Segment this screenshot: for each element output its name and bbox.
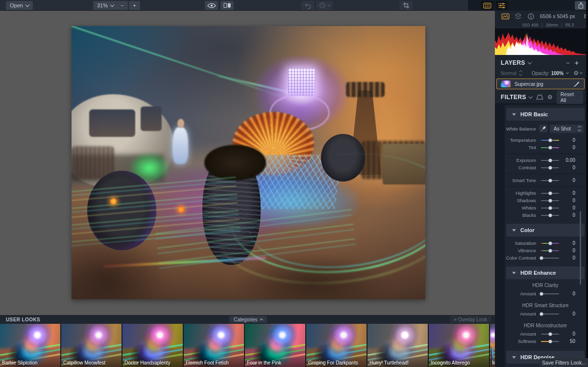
slider-knob[interactable] xyxy=(548,199,552,202)
slider-value: 0 xyxy=(564,248,575,253)
slider-label: Tint xyxy=(506,145,536,150)
slider-track[interactable] xyxy=(541,140,559,141)
slider-track[interactable] xyxy=(541,200,559,201)
slider-knob[interactable] xyxy=(540,312,543,315)
crop-button[interactable] xyxy=(399,1,413,10)
user-look[interactable]: Barbie Sliplotion xyxy=(0,324,60,367)
categories-label: Categories xyxy=(234,317,257,322)
compare-button[interactable] xyxy=(220,1,234,10)
slider-track[interactable] xyxy=(541,243,559,244)
subsection-title: HDR Smart Structure xyxy=(506,303,585,308)
layer-options-row: Normal Opacity: 100% ⚙ xyxy=(495,69,586,78)
blend-mode-select[interactable]: Normal xyxy=(501,71,516,76)
slider-knob[interactable] xyxy=(548,146,552,149)
add-layer-button[interactable]: + xyxy=(572,59,581,66)
chevron-down-icon xyxy=(580,71,583,74)
mask-tool-button[interactable] xyxy=(536,94,543,100)
slider-track[interactable] xyxy=(541,160,559,161)
slider-knob[interactable] xyxy=(548,158,552,162)
user-look[interactable]: Hurry! Turtlehead! xyxy=(368,324,428,367)
undo-button[interactable] xyxy=(301,1,314,10)
slider-track[interactable] xyxy=(541,193,559,194)
layers-tab[interactable] xyxy=(513,12,523,20)
brush-icon[interactable] xyxy=(573,80,580,87)
section-hdr-basic[interactable]: HDR Basic xyxy=(506,108,585,121)
section-title: Color xyxy=(520,227,535,233)
slider-knob[interactable] xyxy=(548,166,552,169)
zoom-out-button[interactable]: − xyxy=(117,1,128,10)
user-look[interactable]: Incognito Alterego xyxy=(429,324,489,367)
canvas-area[interactable] xyxy=(0,11,495,315)
white-balance-select[interactable]: As Shot xyxy=(550,125,584,133)
slider-knob[interactable] xyxy=(540,292,543,295)
slider-track[interactable] xyxy=(541,258,559,259)
look-name: Catpillow Meowfest xyxy=(63,360,105,366)
slider-track[interactable] xyxy=(541,341,559,342)
slider-value: 0.00 xyxy=(564,157,575,163)
image-dimensions: 6506 x 5045 px xyxy=(540,13,575,19)
slider-knob[interactable] xyxy=(548,213,552,217)
filters-scroll-area[interactable]: HDR Basic White Balance As Shot Temperat… xyxy=(495,103,586,367)
user-look[interactable]: M xyxy=(490,324,495,367)
divider xyxy=(542,23,542,27)
zoom-level-dropdown[interactable]: 31% xyxy=(93,1,118,10)
layers-title[interactable]: LAYERS xyxy=(501,59,525,66)
looks-panel-toggle[interactable] xyxy=(481,1,493,10)
slider-label: Color Contrast xyxy=(506,255,536,261)
slider-track[interactable] xyxy=(541,147,559,148)
filters-panel-toggle[interactable] xyxy=(495,1,508,10)
open-button[interactable]: Open xyxy=(6,1,33,10)
filters-settings-button[interactable]: ⚙ xyxy=(547,94,553,101)
white-balance-eyedropper-button[interactable] xyxy=(539,125,547,132)
slider-label: Whites xyxy=(506,205,536,210)
zoom-in-button[interactable]: + xyxy=(129,1,140,10)
slider-knob[interactable] xyxy=(548,138,552,142)
slider-knob[interactable] xyxy=(548,241,552,245)
save-filters-look-button[interactable]: Save Filters Look... xyxy=(540,358,588,367)
slider-knob[interactable] xyxy=(548,249,552,252)
info-tab[interactable] xyxy=(525,12,536,20)
remove-layer-button[interactable]: − xyxy=(564,59,572,66)
looks-thumbnail-strip[interactable]: Barbie Sliplotion Catpillow Meowfest Doc… xyxy=(0,324,495,367)
slider-track[interactable] xyxy=(541,334,559,335)
slider-knob[interactable] xyxy=(548,206,552,210)
slider-knob[interactable] xyxy=(548,191,552,195)
slider-track[interactable] xyxy=(541,250,559,251)
triangle-down-icon xyxy=(512,356,516,359)
filters-title[interactable]: FILTERS xyxy=(501,94,526,101)
app-window: Open 31% − + xyxy=(0,0,588,367)
overlay-look-button[interactable]: + Overlay Look xyxy=(450,316,491,323)
user-look[interactable]: Catpillow Meowfest xyxy=(61,324,122,367)
slider-knob[interactable] xyxy=(548,179,552,182)
slider-knob[interactable] xyxy=(540,256,543,260)
categories-button[interactable]: Categories xyxy=(229,316,267,323)
slider-label: Amount xyxy=(506,311,536,316)
slider-track[interactable] xyxy=(541,293,559,294)
crop-icon xyxy=(403,2,410,9)
slider-track[interactable] xyxy=(541,208,559,209)
slider-knob[interactable] xyxy=(548,340,552,343)
history-button[interactable] xyxy=(316,1,333,10)
slider-track[interactable] xyxy=(541,314,559,315)
section-color[interactable]: Color xyxy=(506,224,585,236)
section-hdr-enhance[interactable]: HDR Enhance xyxy=(506,266,585,279)
panel-scrollbar[interactable] xyxy=(580,211,581,285)
filters-header: FILTERS ⚙ Reset All xyxy=(495,91,586,103)
user-look[interactable]: Doctor Handsaplenty xyxy=(122,324,183,367)
share-button[interactable] xyxy=(575,1,587,10)
user-look[interactable]: Flemish Foot Fetish xyxy=(184,324,244,367)
slider-knob[interactable] xyxy=(548,332,552,336)
layer-item-selected[interactable]: Supercar.jpg xyxy=(496,79,585,89)
layer-name: Supercar.jpg xyxy=(514,81,543,87)
preview-button[interactable] xyxy=(205,1,218,10)
opacity-value[interactable]: 100% xyxy=(551,71,564,76)
photo-canvas[interactable] xyxy=(72,26,425,299)
histogram-tab[interactable] xyxy=(500,12,511,20)
slider-track[interactable] xyxy=(541,215,559,216)
slider-track[interactable] xyxy=(541,180,559,181)
reset-all-button[interactable]: Reset All xyxy=(557,90,583,104)
layer-settings-gear-icon[interactable]: ⚙ xyxy=(573,70,579,77)
slider-track[interactable] xyxy=(541,167,559,168)
user-look[interactable]: Groping For Darkpants xyxy=(306,324,367,367)
user-look[interactable]: Four in the Pink xyxy=(245,324,305,367)
